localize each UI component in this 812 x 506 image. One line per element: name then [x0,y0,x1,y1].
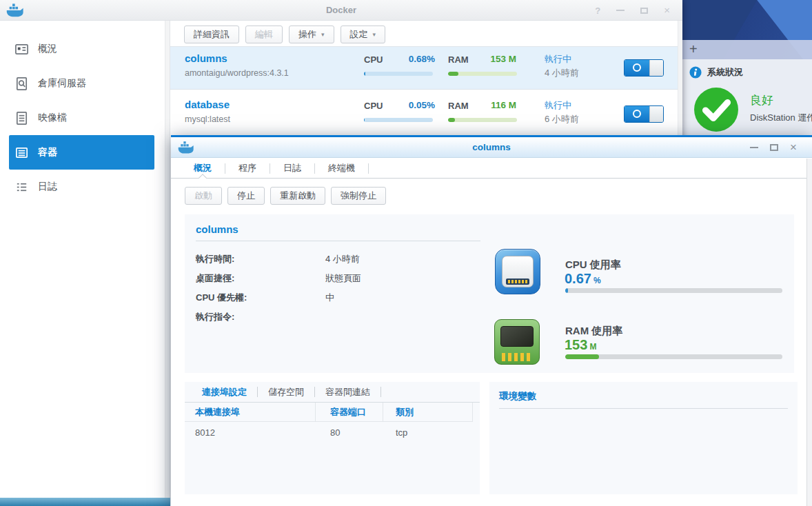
chevron-down-icon: ▾ [321,31,325,38]
ram-usage-title: RAM 使用率 [565,325,622,338]
restart-button[interactable]: 重新啟動 [270,187,325,205]
widget-title: 系統狀況 [707,66,743,79]
cpu-value: 0.68% [392,54,435,64]
stop-button[interactable]: 停止 [227,187,265,205]
cpu-value: 0.05% [392,100,435,110]
tab-process[interactable]: 程序 [225,159,270,178]
action-menu-button[interactable]: 操作▾ [289,26,334,43]
ram-usage-bar [448,118,517,122]
active-tab-notch [199,174,207,183]
taskbar[interactable] [0,498,170,506]
tab-storage[interactable]: 儲存空間 [258,382,314,402]
details-button[interactable]: 詳細資訊 [184,26,239,43]
sidebar-item-image[interactable]: 映像檔 [0,101,170,135]
log-icon [14,180,29,194]
ram-value: 153 M [476,54,516,64]
toggle-on-icon [633,63,641,72]
sidebar-item-label: 容器 [38,146,57,159]
dialog-scrollbar[interactable] [806,159,812,506]
container-image: mysql:latest [185,114,230,124]
sidebar-item-label: 日誌 [38,181,57,193]
sidebar-item-overview[interactable]: 概況 [0,32,170,66]
sidebar-item-label: 倉庫伺服器 [38,77,86,90]
desktop-widget-header: + [681,40,812,59]
environment-heading: 環境變數 [489,382,798,403]
container-row-database[interactable]: database mysql:latest CPU 0.05% RAM 116 … [170,93,678,136]
container-row-columns[interactable]: columns amontaigu/wordpress:4.3.1 CPU 0.… [170,46,678,90]
ram-label: RAM [448,54,469,65]
help-icon[interactable]: ? [595,6,600,16]
dialog-tab-bar: 概況 程序 日誌 終端機 [171,159,806,179]
close-icon[interactable]: × [790,143,797,152]
cpu-label: CPU [364,101,383,111]
edit-button[interactable]: 編輯 [245,26,283,43]
status-badge: 執行中 [545,53,571,65]
health-check-icon [693,87,739,132]
tab-port-settings[interactable]: 連接埠設定 [192,382,257,402]
registry-icon [14,77,29,91]
add-widget-button[interactable]: + [689,41,698,57]
ram-chip-icon [494,319,540,365]
container-toolbar: 詳細資訊 編輯 操作▾ 設定▾ [184,26,385,43]
port-settings-panel: 連接埠設定 儲存空間 容器間連結 本機連接埠 容器端口 類別 8012 80 t… [185,382,480,494]
cpu-usage-value: 0.67% [565,271,601,287]
port-table-header: 本機連接埠 容器端口 類別 [185,403,480,422]
power-toggle[interactable] [624,105,664,123]
minimize-icon[interactable] [750,147,758,148]
overview-heading: columns [185,214,794,235]
container-detail-dialog: columns × 概況 程序 日誌 終端機 啟動 停止 重新啟動 強制停止 [171,135,812,506]
environment-panel: 環境變數 [489,382,798,494]
port-panel-tabs: 連接埠設定 儲存空間 容器間連結 [185,382,480,403]
cpu-usage-bar [565,288,782,293]
ram-usage-bar [565,354,782,359]
overview-icon [14,42,29,57]
dialog-action-bar: 啟動 停止 重新啟動 強制停止 [185,187,386,205]
start-button[interactable]: 啟動 [185,187,222,205]
close-icon[interactable]: × [664,6,670,15]
column-header-local-port: 本機連接埠 [185,403,316,422]
cpu-label: CPU [364,54,383,65]
tab-terminal[interactable]: 終端機 [315,159,368,178]
tab-log[interactable]: 日誌 [270,159,314,178]
sidebar-scrollbar[interactable] [165,21,170,498]
uptime-text: 6 小時前 [545,113,579,125]
maximize-icon[interactable] [640,8,648,14]
toggle-on-icon [633,110,641,118]
container-name-link[interactable]: columns [185,52,227,64]
tab-links[interactable]: 容器間連結 [315,382,380,402]
ram-label: RAM [448,101,469,111]
image-icon [14,111,29,125]
port-table-row[interactable]: 8012 80 tcp [185,422,480,443]
dialog-titlebar[interactable]: columns × [171,137,812,158]
cpu-usage-bar [364,72,433,76]
sidebar: 概況 倉庫伺服器 映像檔 [0,21,170,498]
cpu-chip-icon [495,249,540,294]
minimize-icon[interactable] [616,10,625,11]
ram-value: 116 M [476,100,516,110]
ram-usage-bar [448,72,517,76]
power-toggle[interactable] [624,59,664,77]
tab-overview[interactable]: 概況 [181,159,225,178]
dialog-title: columns [171,137,812,158]
container-name-link[interactable]: database [185,99,230,110]
sidebar-item-label: 概況 [38,43,57,55]
maximize-icon[interactable] [770,144,778,151]
overview-panel: columns 執行時間: 4 小時前 桌面捷徑: 狀態頁面 CPU 優先權: … [185,214,794,373]
chevron-down-icon: ▾ [373,31,376,38]
sidebar-item-registry[interactable]: 倉庫伺服器 [0,66,170,101]
container-image: amontaigu/wordpress:4.3.1 [185,68,289,78]
force-stop-button[interactable]: 強制停止 [331,187,386,205]
health-status-text: 良好 [750,92,773,108]
docker-titlebar: Docker ? × [0,0,682,21]
sidebar-item-container[interactable]: 容器 [9,135,154,170]
info-icon [689,66,702,79]
status-badge: 執行中 [545,99,571,112]
cpu-usage-title: CPU 使用率 [565,259,621,272]
ram-usage-value: 153M [565,337,596,353]
screen: + 系統狀況 良好 DiskStation 運作正常 [0,0,812,506]
window-title: Docker [0,0,682,21]
settings-menu-button[interactable]: 設定▾ [341,26,386,43]
column-header-type: 類別 [383,403,473,422]
cpu-usage-bar [364,118,433,122]
sidebar-item-log[interactable]: 日誌 [0,170,170,204]
